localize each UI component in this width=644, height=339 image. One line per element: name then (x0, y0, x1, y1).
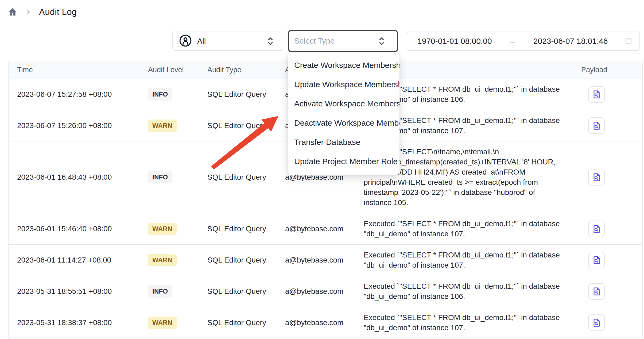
date-range-start[interactable]: 1970-01-01 08:00:00 (417, 37, 492, 46)
audit-level-badge: INFO (148, 88, 172, 101)
comment-line: Executed `"SELECT * FROM db_ui_demo.t1;"… (364, 250, 569, 260)
comment-cell: Executed `"SELECT * FROM db_ui_demo.t1;"… (359, 276, 573, 307)
audit-level-badge: WARN (148, 120, 177, 132)
chevron-right-icon (25, 9, 32, 15)
comment-line: Executed `"SELECT * FROM db_ui_demo.t1;"… (364, 281, 569, 291)
time-cell: 2023-06-07 15:26:00 +08:00 (9, 121, 144, 130)
comment-cell: Executed `"SELECT * FROM db_ui_demo.t1;"… (359, 307, 573, 338)
audit-log-page: Audit Log All Select Type 1970-01-01 08:… (0, 0, 644, 339)
audit-type-cell: SQL Editor Query (203, 173, 281, 182)
comment-line: Executed `"SELECT * FROM db_ui_demo.t1;"… (364, 313, 569, 323)
date-range-end[interactable]: 2023-06-07 18:01:46 (533, 37, 608, 46)
audit-type-cell: SQL Editor Query (203, 287, 281, 296)
comment-line: "db_ui_demo" of instance 106. (364, 291, 569, 302)
person-circle-icon (179, 34, 192, 48)
audit-level-badge: WARN (148, 317, 177, 329)
file-search-icon (592, 318, 601, 328)
time-cell: 2023-06-01 16:48:43 +08:00 (9, 173, 144, 182)
actor-cell: a@bytebase.com (281, 225, 359, 233)
audit-type-cell: SQL Editor Query (203, 256, 281, 264)
table-row: 2023-05-31 18:38:37 +08:00 WARN SQL Edit… (9, 307, 642, 338)
date-range-picker[interactable]: 1970-01-01 08:00:00 → 2023-06-07 18:01:4… (407, 32, 640, 51)
actor-cell: a@bytebase.com (281, 287, 359, 296)
red-arrow (208, 112, 283, 174)
column-header-time: Time (9, 66, 144, 74)
file-search-icon (592, 255, 601, 265)
view-payload-button[interactable] (588, 314, 605, 331)
comment-cell: Executed `"SELECT * FROM db_ui_demo.t1;"… (359, 245, 573, 276)
file-search-icon (592, 172, 601, 182)
file-search-icon (592, 224, 601, 234)
view-payload-button[interactable] (588, 117, 605, 134)
menu-item[interactable]: Create Workspace Membership (288, 56, 399, 75)
menu-item[interactable]: Update Workspace Membership (288, 75, 399, 94)
calendar-icon (624, 37, 633, 46)
audit-level-badge: INFO (148, 171, 172, 183)
type-filter-placeholder: Select Type (294, 37, 335, 45)
comment-line: "db_ui_demo" of instance 107. (364, 323, 569, 333)
menu-item[interactable]: Update Project Member Role (288, 152, 399, 171)
home-icon[interactable] (7, 7, 18, 17)
comment-line: "db_ui_demo" of instance 107. (364, 260, 569, 270)
menu-item[interactable]: Activate Workspace Membership (288, 94, 399, 113)
view-payload-button[interactable] (588, 252, 605, 268)
breadcrumb: Audit Log (7, 7, 77, 17)
file-search-icon (592, 287, 601, 296)
time-cell: 2023-05-31 18:38:37 +08:00 (9, 318, 144, 327)
time-cell: 2023-06-01 15:46:40 +08:00 (9, 225, 144, 233)
updown-chevron-icon (266, 37, 275, 46)
actor-filter-select[interactable]: All (172, 32, 283, 51)
view-payload-button[interactable] (588, 169, 605, 186)
column-header-payload: Payload (573, 66, 642, 74)
menu-item[interactable]: Transfer Database (288, 133, 399, 152)
column-header-audit-level: Audit Level (144, 66, 203, 74)
view-payload-button[interactable] (588, 221, 605, 237)
table-row: 2023-06-01 15:46:40 +08:00 WARN SQL Edit… (9, 213, 642, 245)
audit-level-badge: INFO (148, 285, 172, 298)
view-payload-button[interactable] (588, 283, 605, 300)
audit-type-cell: SQL Editor Query (203, 318, 281, 327)
actor-cell: a@bytebase.com (281, 318, 359, 327)
table-row: 2023-05-31 18:55:51 +08:00 INFO SQL Edit… (9, 276, 642, 307)
comment-line: instance 105. (364, 198, 569, 208)
comment-line: Executed `"SELECT * FROM db_ui_demo.t1;"… (364, 219, 569, 229)
audit-type-cell: SQL Editor Query (203, 225, 281, 233)
type-filter-select[interactable]: Select Type (288, 30, 398, 52)
file-search-icon (592, 90, 601, 99)
audit-level-badge: WARN (148, 254, 177, 266)
time-cell: 2023-06-01 11:14:27 +08:00 (9, 256, 144, 264)
page-title: Audit Log (39, 7, 77, 17)
audit-level-badge: WARN (148, 223, 177, 235)
menu-item[interactable]: Deactivate Workspace Membership (288, 113, 399, 133)
audit-type-cell: SQL Editor Query (203, 90, 281, 99)
comment-line: principal\nWHERE created_ts >= extract(e… (364, 177, 569, 187)
comment-line: "db_ui_demo" of instance 107. (364, 229, 569, 239)
view-payload-button[interactable] (588, 86, 605, 103)
updown-chevron-icon (377, 37, 386, 46)
time-cell: 2023-05-31 18:55:51 +08:00 (9, 287, 144, 296)
type-filter-dropdown: Create Workspace MembershipUpdate Worksp… (288, 52, 399, 175)
actor-cell: a@bytebase.com (281, 256, 359, 264)
file-search-icon (592, 121, 601, 130)
comment-line: timestamp '2023-05-22');"` in database "… (364, 187, 569, 198)
column-header-audit-type: Audit Type (203, 66, 281, 74)
table-row: 2023-06-01 11:14:27 +08:00 WARN SQL Edit… (9, 245, 642, 276)
arrow-right-icon: → (509, 37, 517, 46)
time-cell: 2023-06-07 15:27:58 +08:00 (9, 90, 144, 99)
actor-filter-value: All (197, 37, 206, 46)
comment-cell: Executed `"SELECT * FROM db_ui_demo.t1;"… (359, 213, 573, 244)
